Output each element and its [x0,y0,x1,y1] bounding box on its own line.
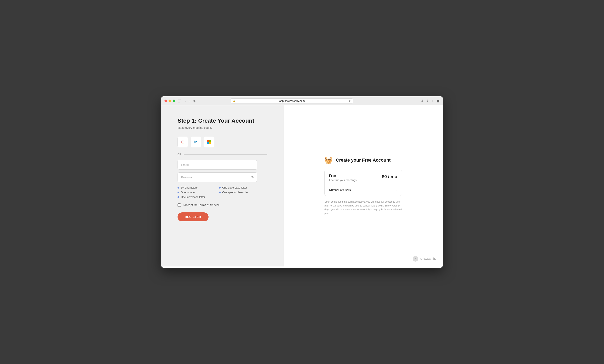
traffic-lights [164,100,175,102]
knowtworthy-branding: K Knowtworthy [413,256,436,262]
microsoft-icon [207,140,211,144]
num-users-value: 3 [396,188,397,192]
req-uppercase-label: One uppercase letter [222,186,247,189]
req-chars: 8+ Characters [177,186,216,189]
password-wrapper: 👁 [177,172,257,182]
eye-icon: 👁 [251,175,255,179]
pricing-card-top: Free Level up your meetings. $0 / mo [329,174,397,185]
register-button[interactable]: REGISTER [177,213,209,221]
req-dot [219,192,221,193]
terms-row: I accept the Terms of Service [177,203,267,207]
basket-icon: 🧺 [325,156,333,164]
google-signin-button[interactable]: G [177,137,188,147]
or-divider: OR [177,153,267,156]
pricing-card-users-row: Number of Users 3 [329,188,397,192]
req-dot [177,187,179,188]
minimize-button[interactable] [169,100,171,102]
url-text: app.knowtworthy.com [237,99,347,102]
page-subtitle: Make every meeting count. [177,126,267,129]
req-special: One special character [219,191,257,194]
browser-chrome: ‹ › ◑ 🔒 app.knowtworthy.com ↻ ⇩ ⇪ + ▣ [161,96,443,105]
left-panel: Step 1: Create Your Account Make every m… [161,105,284,266]
forward-button[interactable]: › [188,99,190,103]
email-group [177,160,267,170]
shield-icon: ◑ [193,99,195,103]
social-buttons: G in [177,137,267,147]
right-content: 🧺 Create your Free Account Free Level up… [325,156,402,216]
share-icon[interactable]: ⇪ [426,99,429,103]
req-number: One number [177,191,216,194]
address-bar[interactable]: 🔒 app.knowtworthy.com ↻ [231,98,353,103]
lock-icon: 🔒 [233,100,236,102]
linkedin-icon: in [194,140,198,144]
req-uppercase: One uppercase letter [219,186,257,189]
req-dot [177,196,179,198]
browser-tools: ⇩ ⇪ + ▣ [421,99,440,103]
nav-arrows: ‹ › [184,99,190,103]
req-dot [219,187,221,188]
password-requirements: 8+ Characters One uppercase letter One n… [177,186,257,199]
req-lowercase-label: One lowercase letter [181,195,205,199]
terms-checkbox[interactable] [177,203,181,207]
create-account-header: 🧺 Create your Free Account [325,156,402,164]
email-field[interactable] [177,160,257,170]
create-account-title: Create your Free Account [336,158,390,163]
req-number-label: One number [181,191,195,194]
page-title: Step 1: Create Your Account [177,117,267,124]
trial-notice: Upon completing the purchase above, you … [325,200,402,216]
linkedin-signin-button[interactable]: in [190,137,201,147]
sidebar-toggle[interactable] [178,100,181,102]
req-lowercase: One lowercase letter [177,195,216,199]
refresh-icon[interactable]: ↻ [349,99,351,102]
num-users-label: Number of Users [329,188,351,192]
microsoft-signin-button[interactable] [204,137,214,147]
close-button[interactable] [164,100,167,102]
toggle-password-button[interactable]: 👁 [251,175,255,179]
download-icon[interactable]: ⇩ [421,99,423,103]
knowtworthy-label: Knowtworthy [420,257,436,260]
windows-icon[interactable]: ▣ [437,99,440,103]
req-chars-label: 8+ Characters [181,186,198,189]
google-icon: G [181,140,185,144]
maximize-button[interactable] [173,100,175,102]
pricing-card: Free Level up your meetings. $0 / mo Num… [325,170,402,196]
password-group: 👁 [177,172,267,182]
right-panel: 🧺 Create your Free Account Free Level up… [284,105,443,266]
password-field[interactable] [177,172,257,182]
browser-window: ‹ › ◑ 🔒 app.knowtworthy.com ↻ ⇩ ⇪ + ▣ St… [161,96,443,268]
page-content: Step 1: Create Your Account Make every m… [161,105,443,266]
req-special-label: One special character [222,191,248,194]
terms-label: I accept the Terms of Service [183,203,220,207]
plan-price: $0 / mo [382,174,397,179]
or-line [184,154,267,155]
or-text: OR [177,153,181,156]
plan-name: Free [329,174,357,178]
new-tab-icon[interactable]: + [432,99,434,103]
knowtworthy-logo-icon: K [413,256,418,262]
plan-desc: Level up your meetings. [329,178,357,182]
back-button[interactable]: ‹ [184,99,187,103]
req-dot [177,192,179,193]
plan-info: Free Level up your meetings. [329,174,357,182]
